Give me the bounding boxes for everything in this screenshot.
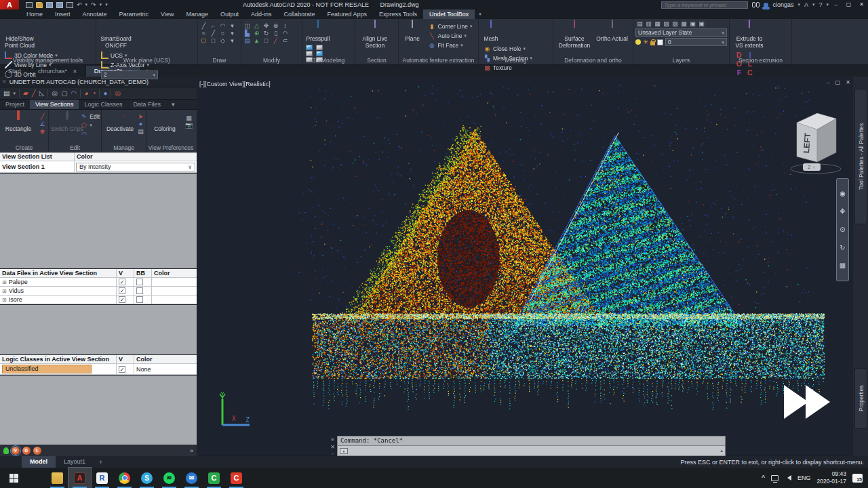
overflow-chevrons-icon[interactable]: » xyxy=(190,447,193,454)
ribbon-tab-undet-toolbox[interactable]: Undet ToolBox xyxy=(423,9,475,19)
search-input[interactable] xyxy=(661,1,748,9)
drawing-viewport[interactable]: [-][Custom View][Realistic] – ▢ ✕ LEFT 2… xyxy=(197,77,853,455)
data-file-row-palepe[interactable]: ⊞Palepe ✓ xyxy=(0,278,197,287)
bb-checkbox[interactable] xyxy=(136,296,143,303)
ribbon-tab-featured-apps[interactable]: Featured Apps xyxy=(321,9,374,19)
pan-icon[interactable]: ✥ xyxy=(840,208,845,215)
ribbon-tab-home[interactable]: Home xyxy=(20,9,49,19)
view-section-row[interactable]: View Section 1 By Intensity ∨ xyxy=(0,161,197,173)
arc-icon[interactable]: ◠ xyxy=(71,89,77,98)
clock[interactable]: 09:43 2020-01-17 xyxy=(817,470,846,485)
group-label-edit[interactable]: Edit xyxy=(49,144,101,152)
tab-model[interactable]: Model xyxy=(22,456,56,468)
panel-label-feature-extraction[interactable]: Automatic feature extraction xyxy=(399,57,478,64)
user-dropdown-icon[interactable]: ▾ xyxy=(797,2,800,7)
ribbon-tab-output[interactable]: Output xyxy=(214,9,245,19)
autodesk-dropdown-icon[interactable]: ▾ xyxy=(812,2,815,7)
align-live-section-button[interactable]: Align Live Section xyxy=(357,20,393,49)
group-label-manage[interactable]: Manage xyxy=(102,144,146,152)
command-history[interactable]: Command: *Cancel* xyxy=(337,436,726,446)
viewport-view-label[interactable]: [-][Custom View][Realistic] xyxy=(199,81,271,87)
redo-icon[interactable]: ↷ xyxy=(91,1,96,8)
new-layout-button[interactable]: + xyxy=(94,459,108,466)
protractor-icon[interactable]: ◺ xyxy=(39,89,45,98)
close-hole-button[interactable]: ◉Close Hole▾ xyxy=(484,45,532,53)
qat-customize-icon[interactable]: ▾ xyxy=(105,2,108,7)
ribbon-tab-insert[interactable]: Insert xyxy=(49,9,77,19)
col-bb[interactable]: BB xyxy=(134,269,152,277)
command-input[interactable]: ▾ ▴ xyxy=(337,446,726,456)
point-cloud-canvas[interactable] xyxy=(197,77,853,455)
project-doc-icon[interactable]: ▤ xyxy=(3,89,9,98)
expand-icon[interactable]: ⊞ xyxy=(2,288,7,294)
taskbar-mail[interactable]: ✉ xyxy=(180,468,203,488)
edit-button[interactable]: ✎Edit xyxy=(80,113,100,121)
gauge-d-button[interactable]: D xyxy=(22,447,31,455)
corner-line-button[interactable]: ▮Corner Line▾ xyxy=(429,22,473,30)
taskbar-camtasia[interactable]: C xyxy=(203,468,225,488)
logic-color-cell[interactable]: None xyxy=(134,364,197,374)
palette-tab-logic-classes[interactable]: Logic Classes xyxy=(79,100,127,109)
section-line-icon[interactable]: ╱ xyxy=(32,89,36,98)
panel-label-modify[interactable]: Modify xyxy=(241,57,302,64)
zoom-icon[interactable]: ⊙ xyxy=(840,226,845,233)
properties-tab[interactable]: Properties xyxy=(854,368,867,429)
drawing-close-button[interactable]: ✕ xyxy=(846,79,850,85)
edit-extra-1[interactable]: ⬠▾ xyxy=(80,121,100,129)
ball-icon[interactable]: ● xyxy=(103,89,107,98)
bb-checkbox[interactable] xyxy=(136,287,143,294)
ribbon-tab-express-tools[interactable]: Express Tools xyxy=(373,9,423,19)
taskbar-app-c[interactable]: C xyxy=(225,468,248,488)
col-data-files[interactable]: Data Files in Active View Section xyxy=(0,269,117,277)
fit-face-button[interactable]: ◍Fit Face▾ xyxy=(429,41,473,49)
expand-icon[interactable]: ⊞ xyxy=(2,297,7,303)
panel-label-layers[interactable]: Layers xyxy=(633,57,729,64)
workplane-level-dropdown[interactable]: 2▾ xyxy=(101,70,158,79)
visibility-checkbox[interactable]: ✓ xyxy=(119,287,125,294)
network-icon[interactable] xyxy=(771,475,778,481)
panel-label-draw[interactable]: Draw xyxy=(198,57,241,64)
col-logic-classes[interactable]: Logic Classes in Active View Section xyxy=(0,355,117,363)
taskbar-autocad[interactable]: A xyxy=(68,468,91,488)
orbit-icon[interactable]: ↻ xyxy=(840,245,845,251)
save-as-icon[interactable] xyxy=(56,2,63,8)
save-icon[interactable] xyxy=(46,2,53,8)
palette-tab-project[interactable]: Project xyxy=(0,100,30,109)
donut-icon[interactable]: ◎ xyxy=(115,89,121,98)
command-close-icon[interactable]: ✕ xyxy=(330,444,335,450)
coloring-button[interactable]: Coloring xyxy=(148,111,182,133)
ribbon-tab-addins[interactable]: Add-ins xyxy=(245,9,278,19)
drag-handle-icon[interactable]: ≡ xyxy=(331,436,334,443)
drawing-minimize-button[interactable]: – xyxy=(827,79,829,85)
color-cell[interactable] xyxy=(152,287,197,295)
logic-class-name[interactable]: Unclassified xyxy=(2,365,92,373)
restore-button[interactable]: ▢ xyxy=(842,0,855,9)
visibility-checkbox[interactable]: ✓ xyxy=(119,296,125,303)
coloring-pie-icon[interactable]: ◔ xyxy=(92,89,96,98)
language-indicator[interactable]: ENG xyxy=(797,474,811,481)
lasso-icon[interactable]: ▢ xyxy=(61,89,67,98)
mesh-button[interactable]: Mesh xyxy=(481,20,501,43)
view-prefs-extra-tools[interactable]: ▦📷 xyxy=(185,113,194,129)
recent-commands-icon[interactable]: ▾ xyxy=(340,448,348,454)
undo-icon[interactable]: ↶ xyxy=(77,1,82,8)
plot-icon[interactable] xyxy=(66,2,73,8)
col-v[interactable]: V xyxy=(117,269,134,277)
smartboard-button[interactable]: SmartBoard ON/OFF xyxy=(98,20,134,49)
manage-extra-tools[interactable]: ➤●▤ xyxy=(137,111,144,135)
user-name[interactable]: ciongas xyxy=(772,1,793,8)
panel-label-deformation[interactable]: Deformation and ortho xyxy=(553,57,633,64)
col-logic-color[interactable]: Color xyxy=(134,355,197,363)
undo-dropdown-icon[interactable]: ▾ xyxy=(85,2,88,7)
navigation-wheel-icon[interactable]: ◉ xyxy=(840,190,846,197)
rectangle-button[interactable]: Rectangle xyxy=(1,111,35,133)
panel-label-workplane[interactable]: Work plane (UCS) xyxy=(96,57,197,64)
col-logic-v[interactable]: V xyxy=(117,355,134,363)
layer-on-icon[interactable] xyxy=(635,39,641,45)
taskbar-skype[interactable]: S xyxy=(136,468,158,488)
drawing-restore-button[interactable]: ▢ xyxy=(835,79,841,85)
section-rect-icon[interactable]: ▰ xyxy=(23,89,28,98)
taskbar-revit[interactable]: R xyxy=(91,468,113,488)
orbit-button[interactable]: 3D Orbit xyxy=(5,70,58,79)
speaker-icon[interactable] xyxy=(785,475,791,481)
